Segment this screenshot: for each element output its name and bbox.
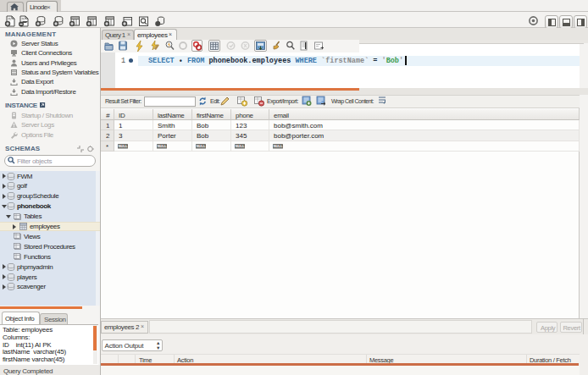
svg-text:NULL: NULL — [236, 145, 245, 149]
svg-text:NULL: NULL — [158, 145, 167, 149]
svg-text:NULL: NULL — [274, 145, 283, 149]
svg-text:NULL: NULL — [119, 145, 128, 149]
svg-text:NULL: NULL — [197, 145, 206, 149]
